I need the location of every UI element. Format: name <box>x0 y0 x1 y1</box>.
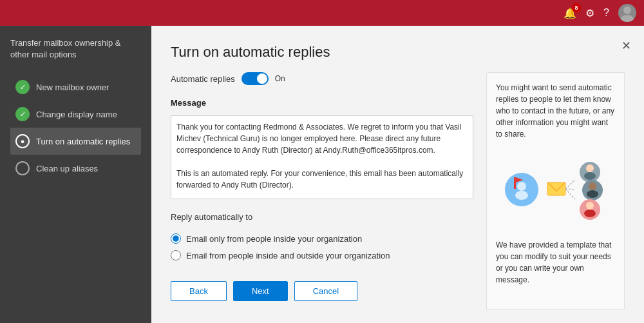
radio-inside-only-input[interactable] <box>171 233 181 244</box>
content-body: Automatic replies On Message Reply autom… <box>171 72 625 310</box>
svg-point-19 <box>584 210 596 217</box>
sidebar-title: Transfer mailbox ownership & other mail … <box>10 37 141 61</box>
step-icon-automatic-replies: ● <box>15 134 30 148</box>
top-bar: 🔔 8 ⚙ ? <box>0 0 644 26</box>
settings-icon[interactable]: ⚙ <box>585 7 594 19</box>
help-icon[interactable]: ? <box>603 7 609 19</box>
message-label: Message <box>171 98 473 108</box>
cancel-button[interactable]: Cancel <box>294 281 357 301</box>
step-icon-clean-up-aliases <box>15 161 30 175</box>
automatic-replies-toggle[interactable] <box>242 72 269 85</box>
back-button[interactable]: Back <box>171 281 227 301</box>
sidebar: Transfer mailbox ownership & other mail … <box>0 26 151 323</box>
sidebar-item-automatic-replies[interactable]: ● Turn on automatic replies <box>10 128 141 155</box>
svg-line-8 <box>565 180 575 189</box>
sidebar-label-clean-up-aliases: Clean up aliases <box>36 164 98 173</box>
svg-point-15 <box>589 182 596 190</box>
notification-icon[interactable]: 🔔 8 <box>564 7 576 19</box>
toggle-label: Automatic replies <box>171 74 235 84</box>
content-area: ✕ Turn on automatic replies Automatic re… <box>151 26 644 323</box>
svg-point-13 <box>584 172 596 180</box>
radio-group: Email only from people inside your organ… <box>171 233 473 260</box>
sidebar-item-change-display-name[interactable]: ✓ Change display name <box>10 101 141 128</box>
svg-point-1 <box>621 15 634 22</box>
svg-point-18 <box>586 202 594 210</box>
user-avatar[interactable] <box>618 4 636 22</box>
sidebar-label-automatic-replies: Turn on automatic replies <box>36 137 130 146</box>
radio-inside-outside[interactable]: Email from people inside and outside you… <box>171 250 473 260</box>
reply-section-label: Reply automatically to <box>171 212 473 222</box>
radio-inside-only[interactable]: Email only from people inside your organ… <box>171 233 473 244</box>
toggle-state-text: On <box>275 74 285 83</box>
notification-badge: 8 <box>572 3 581 12</box>
message-input[interactable] <box>171 115 473 199</box>
svg-point-6 <box>515 191 528 200</box>
sidebar-label-new-mailbox-owner: New mailbox owner <box>36 83 109 92</box>
svg-point-12 <box>586 164 594 172</box>
dialog-title: Turn on automatic replies <box>171 44 625 61</box>
sidebar-label-change-display-name: Change display name <box>36 110 117 119</box>
info-illustration <box>496 148 615 231</box>
svg-point-5 <box>517 182 526 191</box>
main-layout: Transfer mailbox ownership & other mail … <box>0 26 644 323</box>
info-panel: You might want to send automatic replies… <box>486 72 625 310</box>
radio-inside-only-label[interactable]: Email only from people inside your organ… <box>186 234 362 244</box>
info-text-1: You might want to send automatic replies… <box>496 82 615 140</box>
toggle-row: Automatic replies On <box>171 72 473 85</box>
form-section: Automatic replies On Message Reply autom… <box>171 72 473 310</box>
svg-point-0 <box>623 6 631 14</box>
sidebar-item-new-mailbox-owner[interactable]: ✓ New mailbox owner <box>10 73 141 101</box>
radio-inside-outside-input[interactable] <box>171 250 181 260</box>
radio-inside-outside-label[interactable]: Email from people inside and outside you… <box>186 251 390 260</box>
svg-line-10 <box>565 189 575 199</box>
svg-rect-3 <box>514 177 516 189</box>
footer-buttons: Back Next Cancel <box>171 281 473 301</box>
step-icon-new-mailbox-owner: ✓ <box>15 80 30 94</box>
next-button[interactable]: Next <box>233 281 288 301</box>
sidebar-item-clean-up-aliases[interactable]: Clean up aliases <box>10 155 141 182</box>
svg-line-9 <box>565 189 575 190</box>
svg-point-16 <box>587 190 598 198</box>
close-button[interactable]: ✕ <box>621 39 631 53</box>
info-text-2: We have provided a template that you can… <box>496 239 615 286</box>
step-icon-change-display-name: ✓ <box>15 107 30 121</box>
